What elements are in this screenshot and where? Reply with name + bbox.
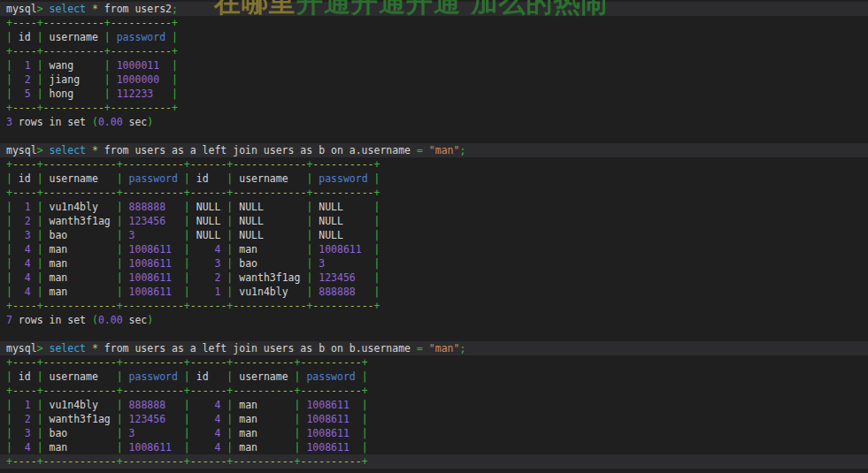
token-g: + [117, 300, 123, 312]
token-g: + [6, 187, 12, 199]
token-w: id [12, 370, 37, 383]
token-g: | [37, 229, 43, 241]
token-g: | [6, 73, 12, 86]
status-line-2: 7 rows in set (0.00 sec) [0, 313, 868, 327]
token-w: id [190, 172, 227, 185]
token-p: 3 [123, 427, 184, 439]
table-1-border: +----+----------+----------+ [0, 44, 868, 58]
token-g: | [362, 413, 368, 425]
token-g: + [6, 455, 12, 468]
token-w: mysql [6, 342, 37, 355]
token-p: 4 [12, 441, 37, 454]
token-g: | [104, 31, 111, 43]
token-p: 888888 [312, 286, 373, 298]
token-g: > [37, 3, 43, 15]
token-o: "man" [423, 144, 460, 156]
table-1-row: | 1 | wang | 1000011 | [0, 58, 868, 72]
token-p: 4 [12, 271, 37, 284]
token-w: wanth3f1ag [43, 215, 117, 227]
token-g: | [117, 370, 123, 383]
token-y: ---- [12, 455, 37, 468]
token-g: + [374, 158, 380, 171]
token-g: + [104, 102, 111, 114]
token-p: 1008611 [300, 399, 361, 411]
token-g: | [117, 201, 123, 213]
token-y: ------------ [233, 300, 306, 312]
token-g: | [37, 427, 43, 439]
token-g: | [6, 271, 12, 284]
token-p: 2 [12, 73, 37, 86]
token-g: | [172, 59, 178, 72]
token-g: + [6, 385, 12, 397]
token-g: + [172, 45, 178, 57]
table-2-row: | 1 | vu1n4bly | 888888 | NULL | NULL | … [0, 200, 868, 214]
table-2-row: | 2 | wanth3f1ag | 123456 | NULL | NULL … [0, 214, 868, 228]
table-3-header: | id | username | password | id | userna… [0, 370, 868, 384]
token-p: 1008611 [123, 441, 184, 454]
token-w: wanth3f1ag [43, 413, 117, 425]
token-y: ---- [12, 187, 37, 199]
token-g: + [172, 17, 178, 29]
token-g: + [37, 102, 43, 114]
token-y: ---------- [123, 187, 184, 199]
table-3-border: +----+------------+----------+------+---… [0, 454, 868, 469]
token-g: | [6, 286, 12, 298]
table-2-row: | 4 | man | 1008611 | 2 | wanth3f1ag | 1… [0, 271, 868, 285]
token-y: ---- [12, 17, 37, 29]
token-y: ------ [190, 385, 227, 397]
token-p: 2 [12, 215, 37, 227]
token-p: 3 [190, 257, 227, 270]
token-c: select [43, 3, 86, 15]
token-g: + [172, 102, 178, 114]
query-line-3: mysql> select * from users as a left joi… [0, 341, 868, 355]
token-y: * [86, 342, 98, 355]
token-y: ------ [190, 455, 227, 468]
token-g: | [184, 257, 190, 270]
token-g: ; [459, 342, 465, 355]
token-w: man [43, 271, 117, 284]
table-3-row: | 2 | wanth3f1ag | 123456 | 4 | man | 10… [0, 412, 868, 426]
token-y: ---------- [111, 102, 172, 114]
token-y: ---------- [123, 385, 184, 397]
token-w: man [233, 413, 294, 425]
token-g: | [37, 243, 43, 256]
token-w: id [12, 31, 37, 43]
token-w: from users as a left join users as b on … [98, 144, 411, 156]
token-y: ---- [12, 45, 37, 57]
token-g: ; [459, 144, 465, 156]
token-w: username [233, 370, 294, 383]
token-g: + [184, 455, 190, 468]
token-p: 4 [12, 243, 37, 256]
token-w: from users2 [98, 3, 172, 15]
token-g: | [6, 413, 12, 425]
token-p: 3 [6, 116, 12, 128]
token-w: NULL [190, 201, 227, 213]
table-1-row: | 5 | hong | 112233 | [0, 87, 868, 101]
token-g: | [37, 286, 43, 298]
token-p: 1008611 [300, 427, 361, 439]
token-b: password [300, 370, 361, 383]
token-y: ------------ [43, 455, 117, 468]
token-p: 1008611 [123, 271, 184, 284]
token-g: | [117, 413, 123, 425]
blank-line [0, 129, 868, 143]
token-g: + [6, 158, 12, 171]
token-g: + [374, 300, 380, 312]
token-y: ---------- [233, 385, 294, 397]
token-w: bao [43, 229, 117, 241]
token-g: | [117, 215, 123, 227]
token-w: man [43, 441, 117, 454]
token-y: ---------- [123, 455, 184, 468]
token-g: + [117, 187, 123, 199]
token-g: | [6, 31, 12, 43]
token-p: 1008611 [123, 286, 184, 298]
token-g: > [37, 144, 43, 156]
token-p: 0.00 [98, 314, 123, 326]
token-p: 112233 [111, 88, 172, 100]
token-y: ---------- [312, 158, 373, 171]
token-g: + [117, 385, 123, 397]
token-y: ---- [12, 158, 37, 171]
token-c: select [43, 342, 86, 355]
table-3-row: | 1 | vu1n4bly | 888888 | 4 | man | 1008… [0, 398, 868, 412]
token-w: NULL [233, 201, 306, 213]
